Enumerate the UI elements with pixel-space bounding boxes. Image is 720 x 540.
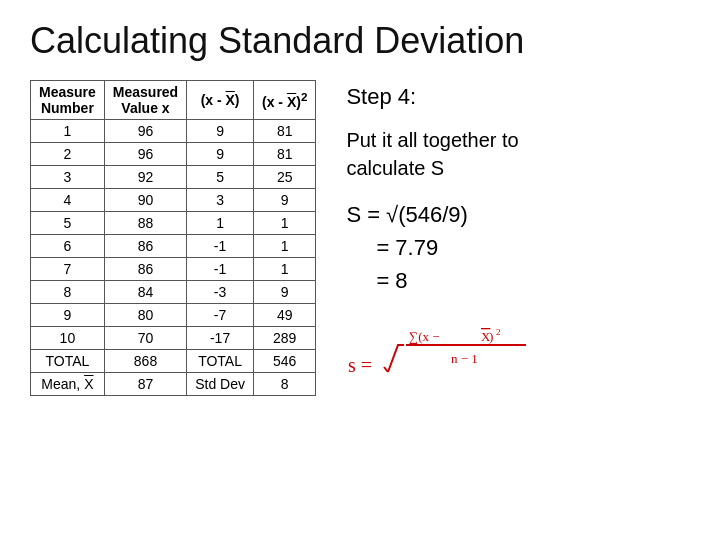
table-row-total: TOTAL868TOTAL546 <box>31 350 316 373</box>
step4-label: Step 4: <box>346 84 546 110</box>
table-row: 1070-17289 <box>31 327 316 350</box>
formula-line3: = 8 <box>346 264 546 297</box>
table-row: 196981 <box>31 120 316 143</box>
content-area: MeasureNumber MeasuredValue x (x - X) (x… <box>30 80 690 397</box>
table-row-mean: Mean, X 87 Std Dev 8 <box>31 373 316 396</box>
svg-text:2: 2 <box>496 327 501 337</box>
table-row: 884-39 <box>31 281 316 304</box>
table-row: 980-749 <box>31 304 316 327</box>
step4-description: Put it all together to calculate S <box>346 126 546 182</box>
table-container: MeasureNumber MeasuredValue x (x - X) (x… <box>30 80 316 396</box>
table-row: 786-11 <box>31 258 316 281</box>
col-header-diff: (x - X) <box>187 81 254 120</box>
formula-svg: s = ∑(x − X ) 2 n − 1 <box>346 317 546 397</box>
table-row: 392525 <box>31 166 316 189</box>
table-row: 296981 <box>31 143 316 166</box>
svg-text:∑(x −: ∑(x − <box>409 329 440 344</box>
page-title: Calculating Standard Deviation <box>30 20 690 62</box>
step4-formula: S = √(546/9) = 7.79 = 8 <box>346 198 546 297</box>
data-table: MeasureNumber MeasuredValue x (x - X) (x… <box>30 80 316 396</box>
formula-line1: S = √(546/9) <box>346 198 546 231</box>
col-header-diff-sq: (x - X)2 <box>253 81 315 120</box>
svg-text:n − 1: n − 1 <box>451 351 478 366</box>
formula-line2: = 7.79 <box>346 231 546 264</box>
right-panel: Step 4: Put it all together to calculate… <box>346 80 546 397</box>
svg-line-2 <box>384 367 388 372</box>
svg-text:s =: s = <box>348 354 372 376</box>
table-row: 58811 <box>31 212 316 235</box>
svg-text:): ) <box>489 329 493 344</box>
table-row: 49039 <box>31 189 316 212</box>
col-header-value: MeasuredValue x <box>104 81 186 120</box>
col-header-measure: MeasureNumber <box>31 81 105 120</box>
table-row: 686-11 <box>31 235 316 258</box>
page: Calculating Standard Deviation MeasureNu… <box>0 0 720 417</box>
